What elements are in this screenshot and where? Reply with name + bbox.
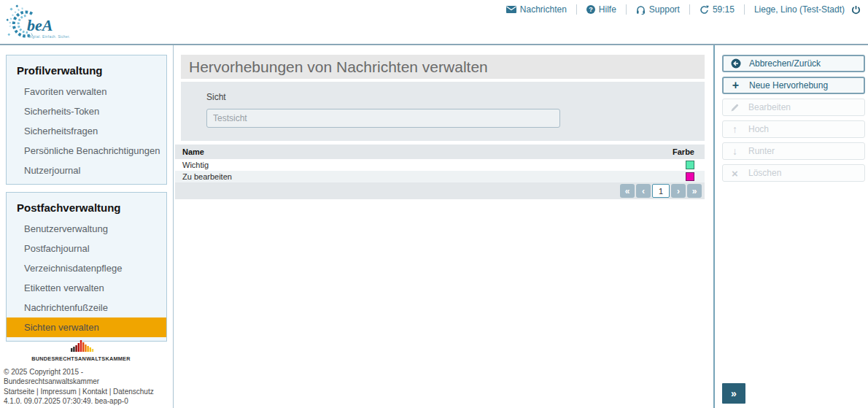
edit-button[interactable]: Bearbeiten (722, 99, 865, 116)
section-title: Profilverwaltung (17, 64, 166, 77)
bea-logo: beA Digital. Einfach. Sicher. (6, 4, 76, 45)
user-name[interactable]: Liege, Lino (Test-Stadt) (754, 4, 845, 15)
color-chip (686, 172, 694, 181)
nav-label: Nachrichten (520, 4, 567, 15)
sidebar-item-postfachjournal[interactable]: Postfachjournal (7, 239, 166, 258)
plus-icon: + (730, 79, 741, 92)
nav-label: Hilfe (599, 4, 616, 15)
button-label: Abbrechen/Zurück (749, 58, 821, 69)
profile-section: Profilverwaltung Favoriten verwalten Sic… (6, 55, 167, 185)
version-text: 4.1.0. 09.07.2025 07:30:49. bea-app-0 (4, 396, 168, 406)
table-row[interactable]: Wichtig (175, 159, 705, 171)
delete-button[interactable]: × Löschen (722, 164, 865, 182)
session-timer[interactable]: 59:15 (700, 4, 735, 15)
column-header-farbe: Farbe (664, 147, 705, 156)
first-page-button[interactable]: « (620, 184, 635, 198)
sidebar-item-sichten-verwalten[interactable]: Sichten verwalten (7, 317, 166, 337)
sicht-label: Sicht (206, 92, 705, 102)
move-down-button[interactable]: ↓ Runter (722, 142, 865, 160)
sidebar-item-persoenliche-benachrichtigungen[interactable]: Persönliche Benachrichtigungen (7, 141, 166, 161)
cancel-back-button[interactable]: Abbrechen/Zurück (722, 55, 865, 72)
sidebar-item-sicherheitsfragen[interactable]: Sicherheitsfragen (7, 121, 166, 141)
page-footer: BUNDESRECHTSANWALTSKAMMER © 2025 Copyrig… (0, 339, 168, 406)
sidebar-item-sicherheits-token[interactable]: Sicherheits-Token (7, 101, 166, 121)
button-label: Hoch (748, 124, 769, 134)
copyright-text: © 2025 Copyright 2015 - Bundesrechtsanwa… (4, 367, 168, 386)
spacer (722, 186, 865, 383)
help-icon: ? (586, 5, 595, 14)
left-sidebar: Profilverwaltung Favoriten verwalten Sic… (0, 45, 174, 408)
column-header-name: Name (175, 147, 664, 156)
nav-support[interactable]: Support (636, 4, 680, 15)
arrow-down-icon: ↓ (729, 145, 740, 157)
new-highlight-button[interactable]: + Neue Hervorhebung (722, 77, 865, 94)
envelope-icon (506, 6, 516, 13)
pagination: « ‹ › » (175, 182, 705, 199)
button-label: Runter (748, 146, 775, 156)
headset-icon (636, 5, 646, 15)
brak-brand-text: BUNDESRECHTSANWALTSKAMMER (0, 355, 162, 362)
main-content: Hervorhebungen von Nachrichten verwalten… (174, 45, 715, 408)
nav-separator (744, 4, 745, 15)
table-row[interactable]: Zu bearbeiten (175, 171, 705, 182)
sidebar-item-nachrichtenfusszeile[interactable]: Nachrichtenfußzeile (7, 298, 166, 317)
sicht-form: Sicht (181, 82, 705, 141)
user-label: Liege, Lino (Test-Stadt) (754, 4, 845, 15)
last-page-button[interactable]: » (687, 184, 702, 198)
page-number-input[interactable] (652, 184, 670, 198)
nav-hilfe[interactable]: ? Hilfe (586, 4, 616, 15)
power-icon (851, 5, 861, 15)
postfach-section: Postfachverwaltung Benutzerverwaltung Po… (6, 192, 167, 342)
svg-text:?: ? (589, 6, 593, 13)
svg-text:beA: beA (27, 16, 53, 34)
logout-button[interactable] (851, 5, 861, 15)
sidebar-item-verzeichnisdatenpflege[interactable]: Verzeichnisdatenpflege (7, 258, 166, 278)
row-name: Zu bearbeiten (175, 172, 664, 181)
arrow-up-icon: ↑ (729, 123, 740, 135)
nav-separator (576, 4, 577, 15)
next-page-button[interactable]: › (671, 184, 686, 198)
action-sidebar: Abbrechen/Zurück + Neue Hervorhebung Bea… (715, 45, 868, 408)
close-icon: × (729, 167, 740, 180)
sidebar-item-benutzerverwaltung[interactable]: Benutzerverwaltung (7, 219, 166, 239)
back-circle-icon (730, 58, 741, 69)
button-label: Neue Hervorhebung (749, 80, 828, 91)
top-header: beA Digital. Einfach. Sicher. Nachrichte… (0, 0, 868, 45)
move-up-button[interactable]: ↑ Hoch (722, 120, 865, 138)
nav-separator (626, 4, 627, 15)
button-label: Bearbeiten (748, 102, 791, 112)
prev-page-button[interactable]: ‹ (636, 184, 651, 198)
color-chip (686, 161, 694, 169)
collapse-panel-button[interactable]: » (722, 383, 745, 404)
nav-nachrichten[interactable]: Nachrichten (506, 4, 567, 15)
pencil-icon (729, 103, 740, 112)
highlight-table: Name Farbe Wichtig Zu bearbeiten « ‹ › » (175, 145, 705, 199)
svg-text:Digital. Einfach. Sicher.: Digital. Einfach. Sicher. (28, 35, 70, 39)
page-title: Hervorhebungen von Nachrichten verwalten (181, 55, 705, 79)
table-header: Name Farbe (175, 145, 705, 159)
sidebar-item-etiketten-verwalten[interactable]: Etiketten verwalten (7, 278, 166, 298)
section-title: Postfachverwaltung (17, 201, 166, 214)
footer-links[interactable]: Startseite | Impressum | Kontakt | Daten… (4, 387, 168, 396)
nav-label: Support (649, 4, 680, 15)
brak-logo: BUNDESRECHTSANWALTSKAMMER (0, 339, 162, 362)
button-label: Löschen (748, 168, 781, 178)
sicht-input[interactable] (206, 109, 560, 128)
refresh-icon (700, 5, 709, 15)
sidebar-item-favoriten-verwalten[interactable]: Favoriten verwalten (7, 82, 166, 101)
sidebar-item-nutzerjournal[interactable]: Nutzerjournal (7, 161, 166, 180)
top-navigation: Nachrichten ? Hilfe Support 59:15 Liege,… (506, 4, 861, 15)
nav-separator (689, 4, 690, 15)
brak-bars-icon (68, 339, 94, 352)
row-name: Wichtig (175, 161, 664, 169)
timer-value: 59:15 (713, 4, 735, 15)
